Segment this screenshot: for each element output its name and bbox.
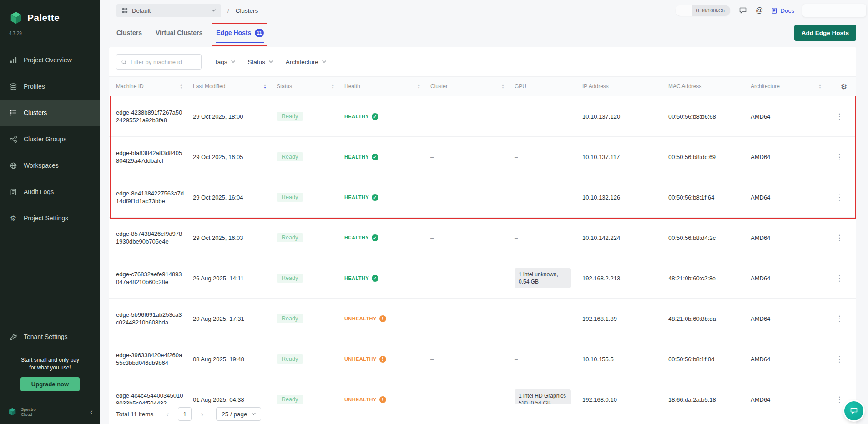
sort-icon[interactable]: ▲▼ [417,84,420,89]
upgrade-now-button[interactable]: Upgrade now [20,377,80,391]
search-input[interactable] [131,59,197,65]
row-menu-button[interactable]: ⋮ [832,233,856,243]
tab-edge-hosts-label: Edge Hosts [216,29,251,36]
app-version: 4.7.29 [0,31,100,36]
upsell-text: Start small and only pay for what you us… [0,350,100,376]
health-status: HEALTHY [344,275,421,282]
cluster-cell: – [430,113,515,120]
column-settings-button[interactable]: ⚙ [832,82,856,91]
architecture-cell: AMD64 [751,194,832,201]
kebab-menu-icon[interactable]: ⋮ [836,193,843,202]
tab-edge-hosts[interactable]: Edge Hosts 11 [216,18,264,47]
column-header-last-modified[interactable]: Last Modified▲▼ [193,83,277,90]
docs-link[interactable]: Docs [771,7,794,14]
sidebar-item-profiles[interactable]: Profiles [0,73,100,100]
row-menu-button[interactable]: ⋮ [832,112,856,121]
unhealthy-warning-icon [379,396,386,403]
health-status: HEALTHY [344,194,421,201]
user-account-area[interactable] [802,4,866,17]
health-status: HEALTHY [344,154,421,160]
support-chat-button[interactable] [844,401,863,420]
row-menu-button[interactable]: ⋮ [832,314,856,324]
table-row[interactable]: edge-8e41384227563a7d14df9f1d1ac73bbe 29… [109,177,856,218]
sidebar-item-project-overview[interactable]: Project Overview [0,47,100,73]
sidebar-item-audit-logs[interactable]: Audit Logs [0,179,100,205]
chat-icon[interactable] [738,6,747,15]
status-filter-dropdown[interactable]: Status [248,59,273,65]
chat-bubble-icon [849,406,858,415]
sidebar-item-tenant-settings[interactable]: Tenant Settings [0,324,100,350]
sidebar-item-label: Project Overview [24,56,72,64]
sidebar-item-cluster-groups[interactable]: Cluster Groups [0,126,100,152]
machine-id-search[interactable] [116,54,202,70]
architecture-filter-dropdown[interactable]: Architecture [286,59,326,65]
table-gear-icon[interactable]: ⚙ [841,82,847,91]
column-header-gpu: GPU [515,83,582,90]
table-row[interactable]: edge-c76832aefe914893047a48210b60c28e 26… [109,258,856,299]
sort-icon[interactable]: ▲▼ [331,84,334,89]
column-header-status[interactable]: Status▲▼ [277,83,344,90]
column-header-health[interactable]: Health▲▼ [344,83,430,90]
row-menu-button[interactable]: ⋮ [832,354,856,364]
sort-icon[interactable]: ▲▼ [818,84,822,89]
breadcrumb[interactable]: Clusters [236,7,258,14]
gpu-cell: – [515,356,582,363]
sort-icon[interactable]: ▲▼ [180,84,183,89]
row-menu-button[interactable]: ⋮ [832,274,856,283]
machine-id-cell: edge-4238b891f7267a5024295521a92b3fa8 [109,109,193,124]
machine-id-cell: edge-857438426ef9d9781930dbe90b705e4e [109,230,193,245]
sidebar-item-project-settings[interactable]: ⚙ Project Settings [0,205,100,231]
project-selector[interactable]: Default [116,4,221,17]
sidebar-item-workspaces[interactable]: Workspaces [0,152,100,179]
row-menu-button[interactable]: ⋮ [832,193,856,202]
kebab-menu-icon[interactable]: ⋮ [836,314,843,324]
kebab-menu-icon[interactable]: ⋮ [836,395,843,404]
page-number-button[interactable]: 1 [178,407,192,421]
tab-virtual-clusters[interactable]: Virtual Clusters [156,18,202,47]
cluster-cell: – [430,396,515,403]
machine-id-cell: edge-bfa83842a83d8405804f29a47ddbafcf [109,149,193,165]
status-badge: Ready [277,193,303,202]
table-row[interactable]: edge-4238b891f7267a5024295521a92b3fa8 29… [109,96,856,137]
ip-address-cell: 10.10.137.120 [582,113,668,120]
kebab-menu-icon[interactable]: ⋮ [836,233,843,243]
collapse-sidebar-icon[interactable]: ‹ [90,408,93,416]
usage-badge: 0.86/100kCh [676,5,730,16]
tags-filter-dropdown[interactable]: Tags [214,59,235,65]
page-size-selector[interactable]: 25 / page [216,407,261,421]
table-row[interactable]: edge-857438426ef9d9781930dbe90b705e4e 29… [109,218,856,258]
row-menu-button[interactable]: ⋮ [832,152,856,162]
brand-footer: Spectro Cloud ‹ [0,402,100,424]
column-header-cluster[interactable]: Cluster▲▼ [430,83,515,90]
add-edge-hosts-button[interactable]: Add Edge Hosts [794,25,856,41]
column-header-ip-address: IP Address [582,83,668,90]
previous-page-button[interactable]: ‹ [163,410,172,418]
column-header-architecture[interactable]: Architecture▲▼ [751,83,832,90]
table-row[interactable]: edge-396338420e4f260a55c3bbd046db9b64 08… [109,339,856,379]
kebab-menu-icon[interactable]: ⋮ [836,274,843,283]
cluster-cell: – [430,234,515,241]
table-row[interactable]: edge-5b96f691ab253ca3c02448210b608bda 20… [109,299,856,339]
mention-icon[interactable]: @ [756,6,763,15]
architecture-cell: AMD64 [751,356,832,363]
bar-chart-icon [9,56,17,64]
sort-icon[interactable]: ▲▼ [263,84,267,89]
column-header-machine-id[interactable]: Machine ID▲▼ [109,83,193,90]
sort-icon[interactable]: ▲▼ [501,84,505,89]
mac-address-cell: 00:50:56:b8:b6:68 [668,113,751,120]
table-row[interactable]: edge-4c4c4544003450108033b5c04f504432 01… [109,379,856,404]
gpu-cell: – [515,113,582,120]
kebab-menu-icon[interactable]: ⋮ [836,354,843,364]
tab-clusters[interactable]: Clusters [116,18,142,47]
table-row[interactable]: edge-bfa83842a83d8405804f29a47ddbafcf 29… [109,137,856,177]
mac-address-cell: 48:21:0b:60:8b:da [668,315,751,322]
cluster-cell: – [430,356,515,363]
kebab-menu-icon[interactable]: ⋮ [836,112,843,121]
edge-hosts-count-badge: 11 [255,29,264,37]
kebab-menu-icon[interactable]: ⋮ [836,152,843,162]
cluster-cell: – [430,154,515,160]
next-page-button[interactable]: › [198,410,206,418]
sidebar-item-label: Tenant Settings [24,333,68,340]
share-nodes-icon [9,135,17,143]
sidebar-item-clusters[interactable]: Clusters [0,100,100,126]
